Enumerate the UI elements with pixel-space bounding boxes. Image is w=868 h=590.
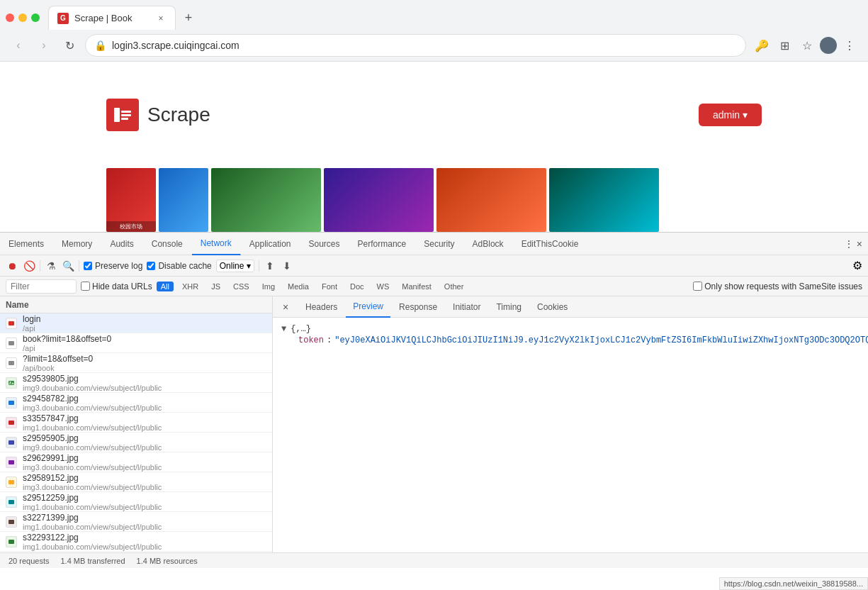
record-button[interactable]: ⏺ <box>6 260 18 272</box>
network-row-img2[interactable]: s29458782.jpg img3.doubanio.com/view/sub… <box>0 393 272 413</box>
tab-editthiscookie[interactable]: EditThisCookie <box>513 233 588 255</box>
devtools-more-button[interactable]: ⋮ <box>844 238 854 250</box>
network-row-img7[interactable]: s29512259.jpg img1.doubanio.com/view/sub… <box>0 492 272 512</box>
filter-button[interactable]: ⚗ <box>45 260 57 272</box>
filter-img-button[interactable]: Img <box>258 282 279 291</box>
minimize-window-button[interactable] <box>18 13 27 22</box>
network-row-icon-img7 <box>6 496 17 508</box>
divider-2 <box>79 260 79 272</box>
filter-input[interactable] <box>6 279 77 294</box>
search-button[interactable]: 🔍 <box>62 260 74 272</box>
bookmark-button[interactable]: ☆ <box>797 35 817 55</box>
logo-icon <box>106 99 139 131</box>
logo-area: Scrape <box>106 99 210 131</box>
detail-tab-preview[interactable]: Preview <box>346 296 390 318</box>
filter-css-button[interactable]: CSS <box>229 282 254 291</box>
detail-tab-headers[interactable]: Headers <box>298 296 344 318</box>
filter-media-button[interactable]: Media <box>283 282 313 291</box>
network-row-img9[interactable]: s32293122.jpg img1.doubanio.com/view/sub… <box>0 532 272 552</box>
detail-tab-response[interactable]: Response <box>392 296 444 318</box>
detail-close-button[interactable]: × <box>278 300 293 314</box>
tab-close-button[interactable]: × <box>155 13 167 24</box>
requests-count: 20 requests <box>9 557 49 565</box>
network-row-book2[interactable]: ?limit=18&offset=0 /api/book <box>0 353 272 373</box>
tab-elements[interactable]: Elements <box>0 233 53 255</box>
preserve-log-checkbox[interactable] <box>84 262 92 270</box>
tab-performance[interactable]: Performance <box>349 233 416 255</box>
export-button[interactable]: ⬇ <box>281 260 293 272</box>
svg-rect-3 <box>121 118 128 120</box>
network-row-img3[interactable]: s33557847.jpg img1.doubanio.com/view/sub… <box>0 413 272 433</box>
hide-data-urls-checkbox[interactable] <box>81 282 90 291</box>
network-row-img8[interactable]: s32271399.jpg img1.doubanio.com/view/sub… <box>0 512 272 532</box>
network-row-login[interactable]: login /api <box>0 313 272 333</box>
same-site-checkbox[interactable] <box>693 282 702 291</box>
filter-js-button[interactable]: JS <box>207 282 225 291</box>
status-bar: 20 requests 1.4 MB transferred 1.4 MB re… <box>0 552 868 568</box>
tab-title: Scrape | Book <box>74 13 132 23</box>
avatar[interactable] <box>820 37 837 54</box>
filter-other-button[interactable]: Other <box>440 282 468 291</box>
filter-doc-button[interactable]: Doc <box>346 282 368 291</box>
tab-sources[interactable]: Sources <box>300 233 349 255</box>
network-row-content-img4: s29595905.jpg img9.doubanio.com/view/sub… <box>23 433 162 452</box>
hide-data-urls-label[interactable]: Hide data URLs <box>81 282 152 291</box>
json-collapse-button[interactable]: ▼ <box>281 324 286 334</box>
tab-security[interactable]: Security <box>415 233 463 255</box>
admin-button[interactable]: admin ▾ <box>699 104 762 126</box>
new-tab-button[interactable]: + <box>179 8 198 28</box>
extension-button[interactable]: ⊞ <box>774 35 794 55</box>
network-row-icon-login <box>6 318 17 329</box>
key-icon[interactable]: 🔑 <box>752 35 772 55</box>
detail-tab-cookies[interactable]: Cookies <box>530 296 575 318</box>
network-row-img1[interactable]: s29539805.jpg img9.doubanio.com/view/sub… <box>0 373 272 393</box>
import-button[interactable]: ⬆ <box>264 260 276 272</box>
devtools-close-button[interactable]: × <box>857 238 862 250</box>
back-button[interactable]: ‹ <box>9 35 28 55</box>
filter-font-button[interactable]: Font <box>317 282 342 291</box>
svg-rect-10 <box>9 421 14 425</box>
tab-network[interactable]: Network <box>192 233 241 255</box>
maximize-window-button[interactable] <box>31 13 40 22</box>
network-row-book[interactable]: book?limit=18&offset=0 /api <box>0 333 272 353</box>
network-row-content-img1: s29539805.jpg img9.doubanio.com/view/sub… <box>23 374 162 392</box>
network-row-content-img5: s29629991.jpg img3.doubanio.com/view/sub… <box>23 453 162 472</box>
network-row-icon-img2 <box>6 397 17 408</box>
preserve-log-label[interactable]: Preserve log <box>84 261 142 271</box>
clear-button[interactable]: 🚫 <box>23 260 35 272</box>
filter-manifest-button[interactable]: Manifest <box>398 282 436 291</box>
same-site-label[interactable]: Only show requests with SameSite issues <box>693 282 862 291</box>
browser-actions: 🔑 ⊞ ☆ ⋮ <box>752 35 859 55</box>
network-row-content-img7: s29512259.jpg img1.doubanio.com/view/sub… <box>23 493 162 511</box>
tab-memory[interactable]: Memory <box>53 233 101 255</box>
disable-cache-label[interactable]: Disable cache <box>147 261 211 271</box>
settings-btn[interactable]: ⚙ <box>852 259 862 272</box>
detail-tab-initiator[interactable]: Initiator <box>446 296 487 318</box>
filter-all-button[interactable]: All <box>157 282 174 291</box>
tab-audits[interactable]: Audits <box>101 233 142 255</box>
network-row-img4[interactable]: s29595905.jpg img9.doubanio.com/view/sub… <box>0 433 272 452</box>
close-window-button[interactable] <box>6 13 14 22</box>
network-row-img5[interactable]: s29629991.jpg img3.doubanio.com/view/sub… <box>0 452 272 472</box>
tab-console[interactable]: Console <box>143 233 192 255</box>
tab-application[interactable]: Application <box>241 233 300 255</box>
network-row-img6[interactable]: s29589152.jpg img3.doubanio.com/view/sub… <box>0 472 272 492</box>
network-row-content-img3: s33557847.jpg img1.doubanio.com/view/sub… <box>23 413 162 432</box>
online-select[interactable]: Online ▾ <box>216 260 255 272</box>
url-bar[interactable]: 🔒 login3.scrape.cuiqingcai.com <box>85 34 746 57</box>
tab-favicon: G <box>57 13 69 24</box>
network-row-icon-img3 <box>6 417 17 428</box>
reload-button[interactable]: ↻ <box>60 35 79 55</box>
disable-cache-checkbox[interactable] <box>147 262 155 270</box>
forward-button[interactable]: › <box>34 35 54 55</box>
detail-tab-timing[interactable]: Timing <box>489 296 529 318</box>
network-row-content-img9: s32293122.jpg img1.doubanio.com/view/sub… <box>23 533 162 551</box>
filter-xhr-button[interactable]: XHR <box>178 282 203 291</box>
filter-ws-button[interactable]: WS <box>373 282 394 291</box>
browser-tab[interactable]: G Scrape | Book × <box>48 6 176 30</box>
menu-button[interactable]: ⋮ <box>840 35 859 55</box>
svg-rect-1 <box>121 111 131 113</box>
book-strip: 校园市场 <box>0 168 868 232</box>
tab-adblock[interactable]: AdBlock <box>464 233 513 255</box>
book-cover-6 <box>549 168 659 232</box>
